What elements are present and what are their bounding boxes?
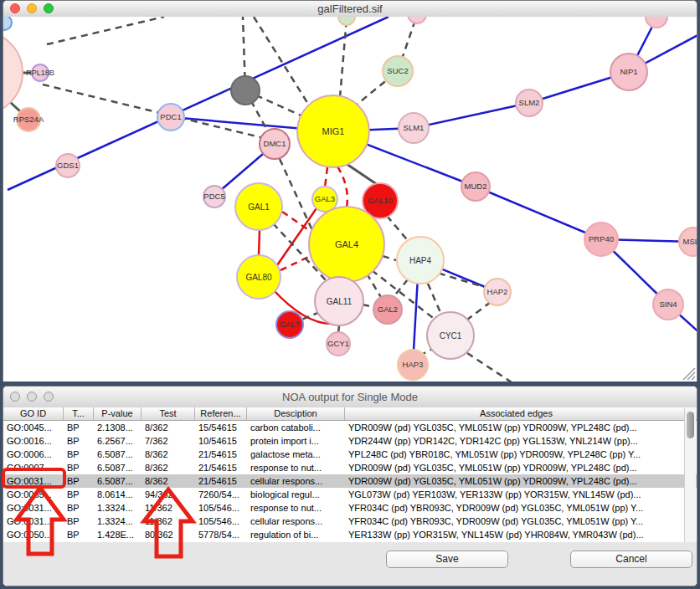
cell-r8-c5: regulation of bi... bbox=[247, 528, 345, 541]
node-big-left-node[interactable] bbox=[3, 31, 23, 115]
cell-r1-c0: GO:0016... bbox=[3, 434, 64, 448]
cell-r6-c3: 11/362 bbox=[142, 501, 195, 515]
network-canvas[interactable]: RPL18BRPS24AGDS1PDC1DMC1MIG1SUC2SLM1SLM2… bbox=[3, 17, 697, 382]
table-row-2[interactable]: GO:0006...BP6.5087...8/36221/54615galact… bbox=[3, 448, 697, 461]
noa-window-titlebar[interactable]: NOA output for Single Mode bbox=[3, 387, 697, 408]
node-tiny-topleft-node[interactable] bbox=[3, 17, 12, 30]
noa-window-title: NOA output for Single Mode bbox=[3, 391, 697, 403]
cell-r3-c3: 8/362 bbox=[142, 461, 195, 474]
node-label-SIN4: SIN4 bbox=[659, 300, 677, 309]
vertical-scrollbar[interactable] bbox=[684, 408, 696, 543]
save-button[interactable]: Save bbox=[386, 551, 508, 568]
network-graph: RPL18BRPS24AGDS1PDC1DMC1MIG1SUC2SLM1SLM2… bbox=[3, 17, 697, 382]
cell-r7-c5: cellular respons... bbox=[247, 515, 345, 528]
cell-r2-c5: galactose meta... bbox=[247, 448, 345, 461]
graph-edge-dash bbox=[47, 17, 164, 44]
column-header-test[interactable]: Test bbox=[142, 407, 195, 420]
cell-r3-c2: 6.5087... bbox=[94, 461, 142, 474]
table-row-1[interactable]: GO:0016...BP6.2567...7/36210/54615protei… bbox=[3, 434, 697, 448]
graph-edge-reddash bbox=[337, 166, 347, 207]
cell-r3-c6: YDR009W (pd) YGL035C, YML051W (pp) YDR00… bbox=[345, 461, 687, 474]
column-header-t-[interactable]: T... bbox=[64, 407, 94, 420]
column-header-associated-edges[interactable]: Associated edges bbox=[345, 407, 687, 420]
cell-r4-c2: 6.5087... bbox=[94, 474, 142, 488]
table-row-8[interactable]: GO:0050...BP1.428E...80/3625778/54...reg… bbox=[3, 528, 697, 541]
cell-r5-c0: GO:0065... bbox=[3, 488, 64, 501]
cell-r8-c0: GO:0050... bbox=[3, 528, 64, 541]
cell-r1-c4: 10/54615 bbox=[195, 434, 247, 448]
network-window-title: galFiltered.sif bbox=[3, 3, 697, 15]
cell-r7-c3: 11/362 bbox=[142, 515, 195, 528]
cell-r0-c4: 15/54615 bbox=[195, 421, 247, 434]
cell-r0-c5: carbon cataboli... bbox=[247, 421, 345, 434]
cell-r2-c0: GO:0006... bbox=[3, 448, 64, 461]
cell-r3-c1: BP bbox=[64, 461, 94, 474]
graph-edge-dark bbox=[344, 162, 380, 187]
cell-r1-c6: YDR244W (pp) YDR142C, YDR142C (pp) YGL15… bbox=[345, 434, 687, 448]
cell-r4-c5: cellular respons... bbox=[247, 474, 345, 488]
column-header-desciption[interactable]: Desciption bbox=[247, 407, 345, 420]
node-partial-topright-node[interactable] bbox=[646, 17, 667, 28]
table-row-0[interactable]: GO:0045...BP2.1308...8/36215/54615carbon… bbox=[3, 421, 697, 434]
cell-r6-c0: GO:0031... bbox=[3, 501, 64, 515]
cell-r6-c1: BP bbox=[64, 501, 94, 515]
cancel-button[interactable]: Cancel bbox=[570, 551, 692, 568]
graph-edge-dash bbox=[340, 18, 347, 97]
cell-r0-c6: YDR009W (pd) YGL035C, YML051W (pp) YDR00… bbox=[345, 421, 687, 434]
node-label-GAL4: GAL4 bbox=[335, 239, 358, 249]
cell-r1-c3: 7/362 bbox=[142, 434, 195, 448]
cell-r0-c3: 8/362 bbox=[142, 421, 195, 434]
cell-r5-c4: 7260/54... bbox=[195, 488, 247, 501]
graph-edge-dash bbox=[367, 274, 382, 299]
network-window: galFiltered.sif RPL18BRPS24AGDS1PDC1DMC1… bbox=[3, 0, 697, 382]
node-label-NIP1: NIP1 bbox=[620, 67, 637, 76]
table-row-3[interactable]: GO:0007...BP6.5087...8/36221/54615respon… bbox=[3, 461, 697, 474]
resize-grip[interactable] bbox=[683, 368, 695, 380]
table-row-4[interactable]: GO:0031...BP6.5087...8/36221/54615cellul… bbox=[3, 474, 697, 488]
node-label-GAL2: GAL2 bbox=[378, 305, 398, 314]
node-label-PDC5: PDC5 bbox=[203, 192, 224, 201]
node-label-PDC1: PDC1 bbox=[160, 112, 181, 121]
table-row-5[interactable]: GO:0065...BP8.0614...94/3627260/54...bio… bbox=[3, 488, 697, 501]
cell-r8-c1: BP bbox=[64, 528, 94, 541]
cell-r8-c3: 80/362 bbox=[142, 528, 195, 541]
scrollbar-thumb[interactable] bbox=[687, 412, 694, 438]
desktop: galFiltered.sif RPL18BRPS24AGDS1PDC1DMC1… bbox=[0, 0, 700, 589]
cell-r4-c1: BP bbox=[64, 474, 94, 488]
node-label-MIG1: MIG1 bbox=[322, 126, 345, 136]
node-label-GAL10: GAL10 bbox=[368, 196, 393, 205]
table-row-7[interactable]: GO:0031...BP1.3324...11/362105/546...cel… bbox=[3, 515, 697, 528]
column-header-referen-[interactable]: Referen... bbox=[195, 407, 247, 420]
graph-edge-dark bbox=[10, 102, 21, 112]
column-header-p-value[interactable]: P-value bbox=[94, 407, 142, 420]
table-header-row: GO IDT...P-valueTestReferen...Desciption… bbox=[3, 407, 697, 421]
noa-output-window: NOA output for Single Mode GO IDT...P-va… bbox=[3, 386, 697, 586]
node-label-DMC1: DMC1 bbox=[264, 139, 286, 148]
cell-r6-c5: response to nut... bbox=[247, 501, 345, 515]
cell-r2-c1: BP bbox=[64, 448, 94, 461]
node-partial-top-pink-node[interactable] bbox=[408, 17, 426, 23]
cell-r4-c4: 21/54615 bbox=[195, 474, 247, 488]
table-row-6[interactable]: GO:0031...BP1.3324...11/362105/546...res… bbox=[3, 501, 697, 515]
node-label-CYC1: CYC1 bbox=[440, 331, 462, 341]
node-label-GAL1: GAL1 bbox=[248, 202, 270, 212]
node-label-SLM1: SLM1 bbox=[404, 123, 425, 132]
cell-r0-c2: 2.1308... bbox=[94, 421, 142, 434]
node-label-GAL3: GAL3 bbox=[315, 194, 335, 203]
graph-edge-blue bbox=[476, 187, 601, 239]
node-unnamed-gray-node[interactable] bbox=[231, 76, 260, 105]
node-label-HAP2: HAP2 bbox=[487, 287, 508, 296]
node-partial-top-green-node[interactable] bbox=[338, 17, 355, 25]
graph-edge-dash bbox=[363, 305, 374, 307]
cell-r8-c6: YER133W (pp) YOR315W, YNL145W (pd) YHR08… bbox=[345, 528, 687, 541]
cell-r1-c2: 6.2567... bbox=[94, 434, 142, 448]
button-bar: Save Cancel bbox=[3, 542, 697, 586]
column-header-go-id[interactable]: GO ID bbox=[3, 407, 64, 420]
node-label-GAL80: GAL80 bbox=[245, 273, 272, 282]
node-label-GAL7: GAL7 bbox=[280, 320, 300, 329]
cell-r3-c4: 21/54615 bbox=[195, 461, 247, 474]
node-label-GAL11: GAL11 bbox=[327, 297, 353, 306]
cell-r0-c1: BP bbox=[64, 421, 94, 434]
cell-r7-c0: GO:0031... bbox=[3, 515, 64, 528]
network-window-titlebar[interactable]: galFiltered.sif bbox=[3, 1, 697, 18]
